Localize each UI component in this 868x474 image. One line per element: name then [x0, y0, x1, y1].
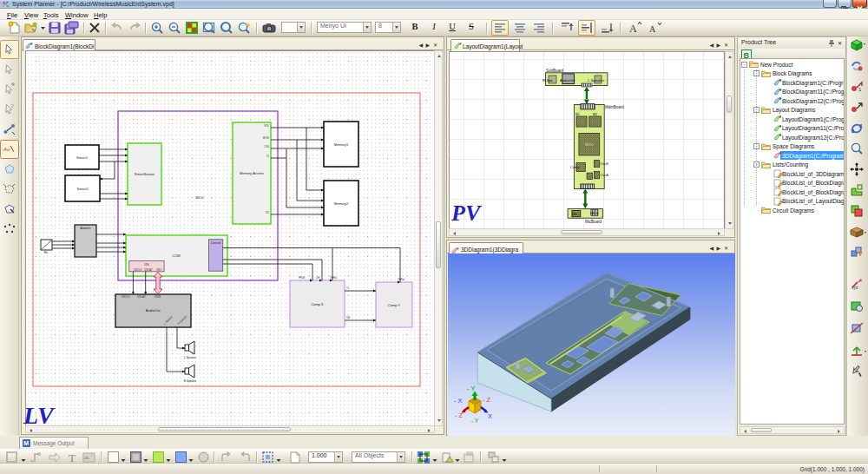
svg-text:Memory1: Memory1 [334, 142, 349, 147]
svg-text:I2C: I2C [266, 211, 269, 214]
svg-text:T: T [69, 451, 76, 464]
svg-text:I2SCLK: I2SCLK [122, 295, 130, 299]
svg-text:M2: M2 [593, 113, 597, 116]
svg-text:Tx: Tx [346, 286, 350, 290]
svg-text:AudioIn: AudioIn [81, 227, 91, 230]
svg-text:Mic: Mic [44, 251, 49, 254]
svg-text:MicBoard: MicBoard [585, 220, 602, 224]
svg-text:COM: COM [172, 253, 180, 258]
svg-text:SmartSensor: SmartSensor [135, 172, 155, 176]
svg-text:I2S: I2S [144, 263, 149, 267]
svg-text:M: M [23, 440, 29, 446]
svg-text:A: A [649, 24, 656, 34]
svg-text:AudioOut: AudioOut [560, 78, 575, 82]
svg-text:xyz: xyz [852, 285, 858, 290]
svg-text:X: X [488, 412, 492, 420]
svg-text:MB-In: MB-In [590, 212, 598, 215]
svg-text:Mic: Mic [573, 213, 578, 216]
svg-text:CS0: CS0 [265, 145, 270, 148]
svg-text:I2H: I2H [346, 316, 350, 319]
svg-text:R-Spe: R-Spe [542, 78, 554, 82]
svg-text:OscB: OscB [601, 162, 609, 166]
svg-text:Smart2: Smart2 [77, 187, 89, 191]
svg-text:MCU: MCU [195, 195, 203, 200]
svg-text:Comp Y: Comp Y [388, 303, 401, 307]
svg-text:- Y: - Y [471, 418, 479, 424]
svg-text:I2SDAT: I2SDAT [137, 295, 146, 299]
svg-text:PRxB: PRxB [299, 276, 305, 280]
svg-text:Smart1: Smart1 [76, 155, 89, 160]
svg-text:?: ? [10, 103, 14, 109]
svg-text:Control: Control [211, 241, 221, 245]
svg-text:Au: Au [3, 147, 10, 152]
svg-text:I2SCLK: I2SCLK [134, 268, 142, 272]
svg-text:1: 1 [858, 87, 862, 92]
svg-text:Comp X: Comp X [311, 302, 324, 306]
svg-text:I2SDAT: I2SDAT [144, 268, 153, 272]
svg-text:Comp: Comp [570, 165, 580, 169]
svg-text:MainBoard: MainBoard [605, 105, 624, 109]
svg-text:SCK: SCK [264, 124, 269, 128]
svg-text:M1: M1 [575, 113, 580, 116]
svg-text:I2SIN: I2SIN [155, 295, 161, 299]
svg-text:A: A [629, 23, 637, 35]
svg-text:MCU: MCU [585, 142, 593, 147]
svg-text:OscA: OscA [601, 174, 609, 177]
svg-text:SubBoard: SubBoard [546, 69, 564, 73]
svg-text:- X: - X [454, 397, 463, 405]
svg-text:Memory Access: Memory Access [240, 171, 264, 175]
svg-text:I2H: I2H [316, 276, 319, 280]
svg-text:THRxL: THRxL [398, 278, 405, 281]
svg-text:L-Speaker: L-Speaker [588, 78, 605, 82]
svg-text:- Z: - Z [455, 411, 464, 419]
svg-text:L-Speaker: L-Speaker [184, 356, 196, 359]
svg-text:AudioOut: AudioOut [146, 308, 161, 313]
svg-text:- Y: - Y [467, 385, 475, 392]
svg-text:I2SO: I2SO [156, 268, 162, 272]
svg-text:MOSI: MOSI [263, 136, 269, 140]
svg-text:- Z: - Z [483, 396, 491, 404]
svg-text:R-Speaker: R-Speaker [184, 379, 196, 383]
svg-text:THRxL: THRxL [330, 276, 338, 280]
svg-text:Memory2: Memory2 [334, 201, 349, 206]
